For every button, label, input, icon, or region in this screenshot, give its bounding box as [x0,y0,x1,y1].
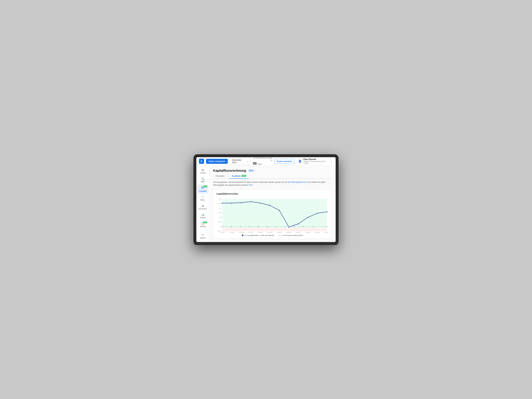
sidebar: ⊞ Cockpit 🔍 BWA NEU Liquidität [196,165,209,242]
svg-point-24 [249,226,250,227]
sidebar-label-kennzahler: Kennzahler [199,208,207,210]
svg-text:1,5 M €: 1,5 M € [218,212,222,213]
info-text: Um anzupassen, welche Planwerte für dies… [213,181,332,187]
svg-point-29 [294,226,295,227]
tab-ausblick[interactable]: Ausblick NEU [229,173,249,179]
user-company: Wagner Produktionsbetriebe GmbH [304,160,329,164]
sidebar-item-planung[interactable]: NEU 📋 Planung [197,221,209,229]
sidebar-label-cockpit: Cockpit [200,172,205,174]
trial-days: 30 [253,161,256,165]
tab-rueckblick[interactable]: Rückblick [213,173,227,179]
svg-rect-2 [222,199,327,228]
sidebar-label-liquiditaet: Liquidität [199,190,206,192]
svg-text:Okt 2023: Okt 2023 [306,232,310,233]
sidebar-label-bilanz: Bilanz [201,199,205,201]
daten-einspielen-button[interactable]: Daten einspielen [206,159,228,164]
trial-suffix-text: Tagen [257,163,262,165]
page-title: Kapitalflussrechnung [213,169,246,172]
user-avatar-icon: 👤 [298,159,302,164]
liquiditaet-chart: 3 M € 2,5 M € 2 M € 1,5 M € 1 M € 500 T … [216,197,328,233]
legend-item-kkl: (+) Kontokorrentlinie (KKL) [278,234,303,236]
svg-text:1 M €: 1 M € [219,216,222,218]
sidebar-item-liquiditaet[interactable]: NEU Liquidität [197,184,209,194]
sidebar-item-bilanz[interactable]: 📄 Bilanz [197,194,209,203]
planung-badge: NEU [203,222,207,223]
user-menu[interactable]: 👤 Klaus Bassek Wagner Produktionsbetrieb… [296,157,333,165]
legend-dash-kkl [278,235,281,235]
svg-text:Jul 2023: Jul 2023 [277,232,281,233]
svg-point-23 [240,226,241,227]
sidebar-item-support[interactable]: ✏ Support [197,232,209,240]
period-selector[interactable]: Dezember 2022 ⌄ [230,158,251,165]
trial-info: Ihr Probezeitraum endet in 30 Tagen [253,157,272,166]
svg-point-27 [276,226,277,227]
page-title-row: Kapitalflussrechnung BETA [213,169,332,172]
sidebar-item-analyse[interactable]: 📊 Analyse [197,212,209,220]
svg-point-33 [222,202,223,204]
beta-badge: BETA [248,169,254,172]
plan-link[interactable]: Plan [249,184,253,186]
svg-point-39 [279,210,280,211]
support-icon: ✏ [202,234,204,236]
svg-text:Jan 2023: Jan 2023 [220,232,225,233]
tab-divider: | [228,174,228,178]
user-chevron-icon: ▾ [331,160,331,162]
svg-text:Apr 2023: Apr 2023 [249,232,253,233]
svg-point-43 [317,212,318,214]
laptop-bottom [193,242,339,245]
svg-point-22 [231,226,232,227]
legend-label-bank: (+) Liquidität Bank - Ende des Monats [244,234,274,236]
user-info: Klaus Bassek Wagner Produktionsbetriebe … [304,158,329,164]
svg-point-21 [222,226,223,227]
svg-text:Mai 2023: Mai 2023 [258,232,263,233]
svg-text:Nov 2023: Nov 2023 [315,232,320,233]
svg-point-28 [285,226,286,227]
tab-rueckblick-label: Rückblick [216,175,225,177]
sidebar-label-support: Support [200,237,206,239]
chart-area: 3 M € 2,5 M € 2 M € 1,5 M € 1 M € 500 T … [216,197,328,233]
svg-point-26 [267,226,268,227]
svg-text:Feb 2023: Feb 2023 [230,232,234,233]
svg-point-44 [326,211,327,212]
svg-point-36 [250,201,252,202]
legend-item-bank: (+) Liquidität Bank - Ende des Monats [242,234,274,236]
screen: K Daten einspielen Dezember 2022 ⌄ Ihr P… [196,157,336,242]
main-layout: ⊞ Cockpit 🔍 BWA NEU Liquidität [196,165,336,242]
preise-ansehen-button[interactable]: Preise ansehen [274,159,294,164]
liquiditaet-badge: NEU [203,186,207,187]
svg-point-42 [307,217,308,218]
svg-point-41 [298,223,299,224]
planungsübersicht-link[interactable]: die Planungsübersicht [288,181,307,183]
svg-point-32 [326,226,327,227]
svg-text:500 T €: 500 T € [218,221,222,222]
sidebar-label-bwa: BWA [201,181,204,183]
analyse-icon: 📊 [201,213,204,216]
bilanz-icon: 📄 [201,196,204,199]
svg-point-40 [288,226,289,228]
cockpit-icon: ⊞ [202,168,204,171]
sidebar-item-kennzahler[interactable]: ⚙ Kennzahler [197,203,209,211]
svg-text:2,5 M €: 2,5 M € [218,203,222,204]
main-content: Kapitalflussrechnung BETA Rückblick | Au… [209,165,336,242]
svg-point-31 [312,226,313,227]
kennzahler-icon: ⚙ [202,204,204,208]
svg-point-35 [241,202,242,203]
svg-text:3 M €: 3 M € [219,198,222,200]
svg-text:Mär 2023: Mär 2023 [239,232,244,233]
sidebar-item-bwa[interactable]: 🔍 BWA [197,176,209,184]
svg-point-30 [303,226,304,227]
svg-point-34 [231,202,233,204]
svg-text:Dez 2023: Dez 2023 [324,232,328,233]
bwa-icon: 🔍 [201,177,204,180]
laptop-frame: K Daten einspielen Dezember 2022 ⌄ Ihr P… [193,154,339,245]
svg-rect-3 [222,228,327,231]
sidebar-item-cockpit[interactable]: ⊞ Cockpit [197,167,209,175]
svg-point-37 [260,202,261,204]
topbar: K Daten einspielen Dezember 2022 ⌄ Ihr P… [196,157,336,165]
svg-text:-500 T €: -500 T € [217,230,222,232]
app-logo[interactable]: K [199,159,204,164]
legend-label-kkl: (+) Kontokorrentlinie (KKL) [282,234,303,236]
chevron-down-icon: ⌄ [247,160,249,163]
chart-card: Liquiditätsvorschau [213,190,332,239]
legend-dot-bank [242,234,243,236]
